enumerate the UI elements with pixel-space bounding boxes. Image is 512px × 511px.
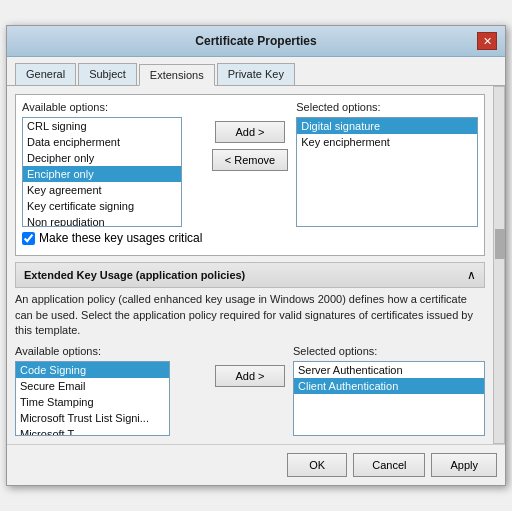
list-item[interactable]: Non repudiation — [23, 214, 181, 227]
list-item[interactable]: Server Authentication — [294, 362, 484, 378]
key-usage-section: Available options: CRL signing Data enci… — [15, 94, 485, 256]
list-item[interactable]: Key encipherment — [297, 134, 477, 150]
available-options-label: Available options: — [22, 101, 204, 113]
description-text: An application policy (called enhanced k… — [15, 292, 485, 338]
make-critical-checkbox[interactable] — [22, 232, 35, 245]
main-scroll-area: Available options: CRL signing Data enci… — [7, 86, 505, 443]
checkbox-row: Make these key usages critical — [22, 227, 478, 249]
tabs-row: General Subject Extensions Private Key — [7, 57, 505, 86]
ext-available-col: Available options: Code Signing Secure E… — [15, 345, 207, 436]
make-critical-label: Make these key usages critical — [39, 231, 202, 245]
ext-add-button[interactable]: Add > — [215, 365, 285, 387]
list-item-selected[interactable]: Code Signing — [16, 362, 169, 378]
selected-options-label: Selected options: — [296, 101, 478, 113]
content-area: Available options: CRL signing Data enci… — [7, 86, 493, 443]
certificate-properties-window: Certificate Properties ✕ General Subject… — [6, 25, 506, 485]
ext-key-usage-columns: Available options: Code Signing Secure E… — [15, 345, 485, 436]
main-content: Available options: CRL signing Data enci… — [7, 86, 493, 443]
list-item[interactable]: Data encipherment — [23, 134, 181, 150]
list-item-selected[interactable]: Digital signature — [297, 118, 477, 134]
close-button[interactable]: ✕ — [477, 32, 497, 50]
list-item[interactable]: CRL signing — [23, 118, 181, 134]
window-title: Certificate Properties — [35, 34, 477, 48]
ext-available-list[interactable]: Code Signing Secure Email Time Stamping … — [15, 361, 170, 436]
cancel-button[interactable]: Cancel — [353, 453, 425, 477]
tab-subject[interactable]: Subject — [78, 63, 137, 85]
tab-private-key[interactable]: Private Key — [217, 63, 295, 85]
ext-selected-col: Selected options: Server Authentication … — [293, 345, 485, 436]
list-item-selected[interactable]: Client Authentication — [294, 378, 484, 394]
ext-available-label: Available options: — [15, 345, 207, 357]
key-usage-buttons: Add > < Remove — [212, 101, 288, 171]
tab-general[interactable]: General — [15, 63, 76, 85]
ext-selected-list[interactable]: Server Authentication Client Authenticat… — [293, 361, 485, 436]
list-item[interactable]: Microsoft T... — [16, 426, 169, 436]
scrollbar[interactable] — [493, 86, 505, 443]
collapse-icon: ∧ — [467, 268, 476, 282]
key-usage-selected-list[interactable]: Digital signature Key encipherment — [296, 117, 478, 227]
ext-add-button-col: Add > — [215, 345, 285, 387]
ext-selected-label: Selected options: — [293, 345, 485, 357]
key-usage-columns: Available options: CRL signing Data enci… — [22, 101, 478, 227]
list-item[interactable]: Decipher only — [23, 150, 181, 166]
expander-title: Extended Key Usage (application policies… — [24, 269, 245, 281]
title-bar: Certificate Properties ✕ — [7, 26, 505, 57]
add-button[interactable]: Add > — [215, 121, 285, 143]
key-usage-available-list[interactable]: CRL signing Data encipherment Decipher o… — [22, 117, 182, 227]
list-item[interactable]: Microsoft Trust List Signi... — [16, 410, 169, 426]
extended-key-usage-section: Extended Key Usage (application policies… — [15, 262, 485, 435]
ok-button[interactable]: OK — [287, 453, 347, 477]
list-item[interactable]: Key agreement — [23, 182, 181, 198]
selected-options-col: Selected options: Digital signature Key … — [296, 101, 478, 227]
available-options-col: Available options: CRL signing Data enci… — [22, 101, 204, 227]
remove-button[interactable]: < Remove — [212, 149, 288, 171]
apply-button[interactable]: Apply — [431, 453, 497, 477]
tab-extensions[interactable]: Extensions — [139, 64, 215, 86]
list-item-selected[interactable]: Encipher only — [23, 166, 181, 182]
list-item[interactable]: Secure Email — [16, 378, 169, 394]
expander-header[interactable]: Extended Key Usage (application policies… — [15, 262, 485, 288]
dialog-footer: OK Cancel Apply — [7, 444, 505, 485]
list-item[interactable]: Time Stamping — [16, 394, 169, 410]
list-item[interactable]: Key certificate signing — [23, 198, 181, 214]
scrollbar-thumb[interactable] — [495, 229, 505, 259]
